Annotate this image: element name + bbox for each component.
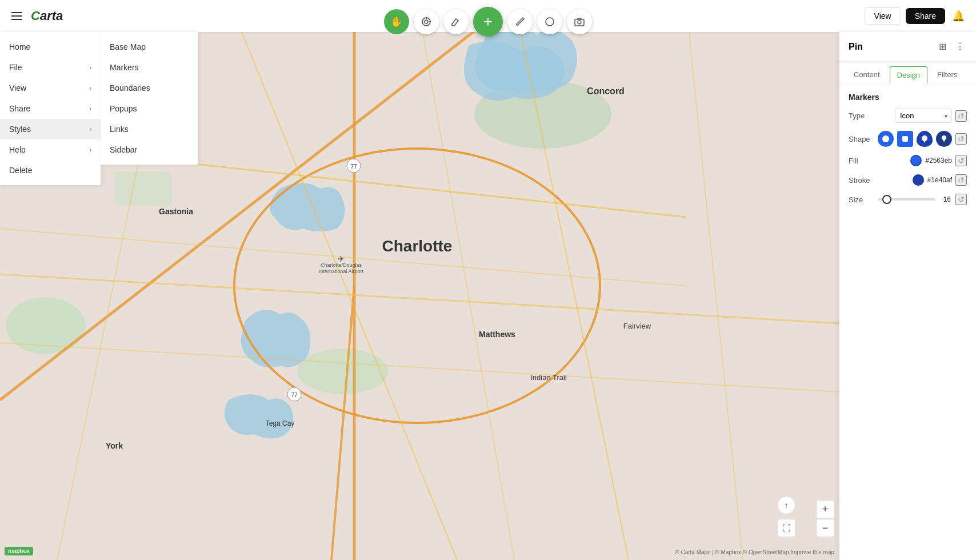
svg-text:Tega Cay: Tega Cay: [266, 419, 295, 427]
panel-header-icons: ⊞ ⋮: [937, 39, 967, 54]
fill-reset-button[interactable]: ↺: [955, 155, 967, 166]
navbar-right: View Share 🔔: [865, 7, 967, 25]
submenu-item-sidebar[interactable]: Sidebar: [101, 139, 198, 160]
submenu-popups-label: Popups: [110, 104, 137, 113]
svg-marker-46: [923, 141, 926, 143]
svg-text:International Airport: International Airport: [319, 269, 364, 274]
file-chevron-icon: ›: [90, 65, 91, 71]
menu-item-styles[interactable]: Styles ›: [0, 119, 101, 139]
svg-point-42: [578, 21, 581, 24]
shape-pin-button[interactable]: [936, 131, 952, 147]
shape-teardrop-button[interactable]: [917, 131, 933, 147]
submenu-sidebar-label: Sidebar: [110, 145, 137, 154]
attribution-text: © Carta Maps | © Mapbox © OpenStreetMap …: [675, 549, 834, 555]
size-row: Size 16 ↺: [849, 194, 967, 205]
draw-tool-button[interactable]: [443, 9, 469, 34]
map-expand-area: ⛶: [777, 519, 795, 537]
panel-content: Markers Type Icon Circle Square Text ↺ S…: [839, 83, 976, 222]
menu-item-home[interactable]: Home: [0, 37, 101, 57]
styles-submenu: Base Map Markers Boundaries Popups Links…: [101, 32, 198, 165]
menu-delete-label: Delete: [9, 166, 32, 175]
fill-hex-value: #2563eb: [925, 157, 952, 165]
notification-bell-button[interactable]: 🔔: [950, 7, 967, 25]
svg-point-45: [922, 135, 927, 141]
cursor-tool-button[interactable]: ✋: [384, 9, 409, 34]
share-button[interactable]: Share: [906, 8, 945, 24]
submenu-item-boundaries[interactable]: Boundaries: [101, 78, 198, 98]
type-select-wrapper: Icon Circle Square Text: [895, 109, 952, 123]
fill-row: Fill #2563eb ↺: [849, 155, 967, 166]
submenu-item-links[interactable]: Links: [101, 119, 198, 139]
shape-reset-button[interactable]: ↺: [955, 133, 967, 145]
hamburger-button[interactable]: [9, 10, 24, 22]
zoom-out-button[interactable]: −: [816, 519, 834, 537]
tab-filters[interactable]: Filters: [930, 66, 965, 83]
north-arrow-button[interactable]: ↑: [777, 496, 795, 514]
logo-arta: arta: [40, 9, 63, 23]
submenu-item-base-map[interactable]: Base Map: [101, 37, 198, 57]
circle-tool-button[interactable]: [537, 9, 562, 34]
menu-help-label: Help: [9, 145, 26, 154]
svg-text:✈: ✈: [338, 254, 345, 263]
svg-text:Fairview: Fairview: [623, 322, 651, 330]
styles-chevron-icon: ›: [90, 126, 91, 133]
size-label: Size: [849, 195, 863, 204]
submenu-markers-label: Markers: [110, 63, 139, 72]
svg-text:77: 77: [350, 163, 357, 170]
menu-share-label: Share: [9, 104, 30, 113]
view-button[interactable]: View: [865, 7, 901, 25]
svg-text:York: York: [106, 441, 123, 450]
svg-point-4: [297, 349, 389, 394]
type-select[interactable]: Icon Circle Square Text: [895, 109, 952, 123]
compass-area: ↑: [777, 496, 795, 514]
camera-tool-button[interactable]: [567, 9, 592, 34]
shape-circle-button[interactable]: [878, 131, 894, 147]
submenu-item-popups[interactable]: Popups: [101, 98, 198, 119]
svg-text:Concord: Concord: [587, 86, 625, 96]
fill-color-swatch[interactable]: [910, 155, 922, 166]
stroke-control: #1e40af ↺: [913, 174, 967, 186]
panel-header: Pin ⊞ ⋮: [839, 32, 976, 62]
panel-title: Pin: [849, 42, 863, 52]
shape-rounded-square-button[interactable]: [897, 131, 913, 147]
shape-label: Shape: [849, 135, 870, 143]
submenu-links-label: Links: [110, 125, 129, 134]
fill-label: Fill: [849, 157, 858, 165]
svg-rect-3: [114, 171, 171, 206]
size-slider-thumb[interactable]: [882, 195, 891, 204]
stroke-color-swatch[interactable]: [913, 174, 924, 186]
svg-text:Indian Trail: Indian Trail: [530, 373, 567, 382]
panel-more-button[interactable]: ⋮: [953, 39, 967, 54]
menu-styles-label: Styles: [9, 125, 31, 134]
menu-item-help[interactable]: Help ›: [0, 139, 101, 160]
svg-rect-44: [902, 136, 908, 142]
size-control: 16 ↺: [878, 194, 967, 205]
help-chevron-icon: ›: [90, 147, 91, 153]
panel-grid-button[interactable]: ⊞: [937, 39, 949, 54]
svg-point-40: [546, 18, 554, 26]
tab-design[interactable]: Design: [890, 66, 927, 83]
stroke-row: Stroke #1e40af ↺: [849, 174, 967, 186]
menu-item-view[interactable]: View ›: [0, 78, 101, 98]
tab-content[interactable]: Content: [846, 66, 887, 83]
type-row: Type Icon Circle Square Text ↺: [849, 109, 967, 123]
svg-text:Gastonia: Gastonia: [159, 207, 193, 216]
size-slider[interactable]: [878, 198, 935, 201]
menu-item-delete[interactable]: Delete: [0, 160, 101, 181]
target-tool-button[interactable]: [414, 9, 439, 34]
menu-view-label: View: [9, 83, 26, 93]
submenu-base-map-label: Base Map: [110, 42, 146, 51]
add-button[interactable]: +: [473, 7, 503, 37]
svg-marker-48: [943, 139, 945, 142]
submenu-item-markers[interactable]: Markers: [101, 57, 198, 78]
submenu-boundaries-label: Boundaries: [110, 83, 150, 93]
menu-item-file[interactable]: File ›: [0, 57, 101, 78]
stroke-reset-button[interactable]: ↺: [955, 174, 967, 186]
zoom-in-button[interactable]: +: [816, 500, 834, 518]
logo: Carta: [31, 9, 63, 23]
pen-tool-button[interactable]: [507, 9, 533, 34]
size-reset-button[interactable]: ↺: [955, 194, 967, 205]
type-reset-button[interactable]: ↺: [955, 110, 967, 122]
menu-item-share[interactable]: Share ›: [0, 98, 101, 119]
fullscreen-button[interactable]: ⛶: [777, 519, 795, 537]
